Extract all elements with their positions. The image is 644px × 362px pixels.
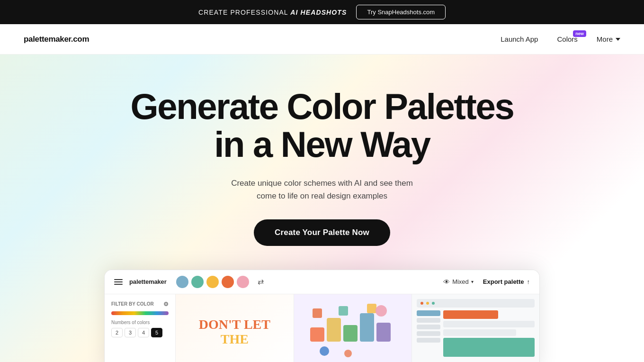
app-sidebar-mock bbox=[417, 310, 440, 362]
hero-section: Generate Color Palettes in a New Way Cre… bbox=[0, 54, 644, 362]
hero-subtitle: Create unique color schemes with AI and … bbox=[231, 177, 413, 202]
num-btn-5[interactable]: 5 bbox=[151, 328, 162, 337]
hero-subtitle-line2: come to life on real design examples bbox=[257, 191, 387, 200]
swatch-4 bbox=[222, 276, 234, 288]
nav-logo[interactable]: palettemaker.com bbox=[24, 35, 89, 44]
filter-label: Filter by color ⚙ bbox=[111, 301, 169, 308]
eye-icon: 👁 bbox=[443, 278, 450, 286]
swatch-2 bbox=[191, 276, 204, 288]
preview-card: palettemaker ⇄ 👁 Mixed ▾ Export palette … bbox=[104, 270, 540, 362]
banner-prefix: CREATE PROFESSIONAL bbox=[198, 9, 290, 16]
color-filter-bar[interactable] bbox=[111, 311, 169, 315]
swatch-1 bbox=[176, 276, 188, 288]
svg-rect-0 bbox=[310, 327, 324, 342]
hamburger-icon bbox=[114, 279, 123, 285]
svg-rect-2 bbox=[343, 325, 358, 342]
chevron-down-icon bbox=[616, 38, 620, 41]
filter-by-color-label: Filter by color bbox=[111, 301, 154, 307]
nav-more-button[interactable]: More bbox=[597, 35, 620, 43]
svg-rect-6 bbox=[339, 306, 348, 316]
app-menu-item-5 bbox=[417, 338, 440, 343]
app-menu-item-3 bbox=[417, 325, 440, 329]
export-label: Export palette bbox=[483, 278, 524, 285]
navbar: palettemaker.com Launch App Colors new M… bbox=[0, 24, 644, 54]
preview-app-image bbox=[412, 294, 539, 362]
colors-new-badge: new bbox=[573, 30, 586, 37]
svg-point-10 bbox=[344, 350, 352, 357]
svg-point-8 bbox=[376, 305, 387, 317]
banner-text: CREATE PROFESSIONAL AI HEADSHOTS bbox=[198, 9, 347, 16]
topbar-right: 👁 Mixed ▾ Export palette ↑ bbox=[443, 278, 530, 286]
svg-point-9 bbox=[320, 346, 329, 356]
hero-title-line2: in a New Way bbox=[214, 124, 430, 164]
swatch-5 bbox=[237, 276, 249, 288]
swatch-3 bbox=[206, 276, 219, 288]
app-content-block-2 bbox=[443, 321, 535, 327]
preview-images: Don't letthe bbox=[176, 294, 539, 362]
hero-title-line1: Generate Color Palettes bbox=[130, 86, 513, 127]
preview-sidebar: Filter by color ⚙ Numbers of colors 2 3 … bbox=[105, 294, 176, 362]
num-btn-3[interactable]: 3 bbox=[125, 328, 136, 337]
shuffle-icon[interactable]: ⇄ bbox=[258, 277, 264, 286]
isometric-svg bbox=[301, 299, 405, 362]
app-dot-green bbox=[432, 302, 435, 305]
nav-link-colors[interactable]: Colors new bbox=[557, 35, 577, 43]
svg-rect-1 bbox=[327, 318, 341, 342]
preview-brand: palettemaker bbox=[129, 278, 167, 285]
color-swatches bbox=[176, 276, 249, 288]
app-content-block-1 bbox=[443, 310, 498, 319]
preview-isometric-image bbox=[294, 294, 412, 362]
export-palette-button[interactable]: Export palette ↑ bbox=[483, 278, 530, 285]
app-menu-item-4 bbox=[417, 331, 440, 336]
app-body-mock bbox=[417, 310, 535, 362]
app-topbar-mock bbox=[417, 299, 535, 308]
upload-icon: ↑ bbox=[527, 278, 530, 285]
hero-title: Generate Color Palettes in a New Way bbox=[130, 88, 513, 163]
try-snapheadshots-button[interactable]: Try SnapHeadshots.com bbox=[356, 5, 446, 19]
number-buttons: 2 3 4 5 bbox=[111, 328, 169, 337]
preview-poster-image: Don't letthe bbox=[176, 294, 294, 362]
preview-content: Filter by color ⚙ Numbers of colors 2 3 … bbox=[105, 294, 539, 362]
hero-subtitle-line1: Create unique color schemes with AI and … bbox=[231, 179, 413, 188]
num-btn-2[interactable]: 2 bbox=[111, 328, 123, 337]
app-main-mock bbox=[443, 310, 535, 362]
app-menu-item-2 bbox=[417, 318, 440, 323]
app-content-block-4 bbox=[443, 338, 535, 357]
svg-rect-4 bbox=[376, 323, 391, 342]
mixed-label: Mixed bbox=[452, 278, 469, 285]
nav-links: Launch App Colors new More bbox=[501, 35, 620, 43]
more-label: More bbox=[597, 35, 613, 43]
poster-text: Don't letthe bbox=[194, 313, 275, 352]
filter-settings-icon[interactable]: ⚙ bbox=[163, 301, 169, 308]
nav-link-launch-app[interactable]: Launch App bbox=[501, 35, 538, 43]
preview-topbar: palettemaker ⇄ 👁 Mixed ▾ Export palette … bbox=[105, 270, 539, 294]
app-menu-item-1 bbox=[417, 310, 440, 316]
svg-rect-7 bbox=[367, 304, 376, 313]
app-dot-red bbox=[420, 302, 423, 305]
create-palette-button[interactable]: Create Your Palette Now bbox=[254, 219, 390, 246]
app-dot-yellow bbox=[426, 302, 429, 305]
num-btn-4[interactable]: 4 bbox=[138, 328, 149, 337]
svg-rect-3 bbox=[360, 313, 374, 342]
app-content-block-3 bbox=[443, 329, 516, 336]
top-banner: CREATE PROFESSIONAL AI HEADSHOTS Try Sna… bbox=[0, 0, 644, 24]
numbers-of-colors-label: Numbers of colors bbox=[111, 320, 169, 325]
mixed-button[interactable]: 👁 Mixed ▾ bbox=[443, 278, 474, 286]
banner-highlight: AI HEADSHOTS bbox=[290, 9, 347, 16]
mixed-chevron-icon: ▾ bbox=[471, 279, 474, 284]
svg-rect-5 bbox=[313, 308, 322, 318]
